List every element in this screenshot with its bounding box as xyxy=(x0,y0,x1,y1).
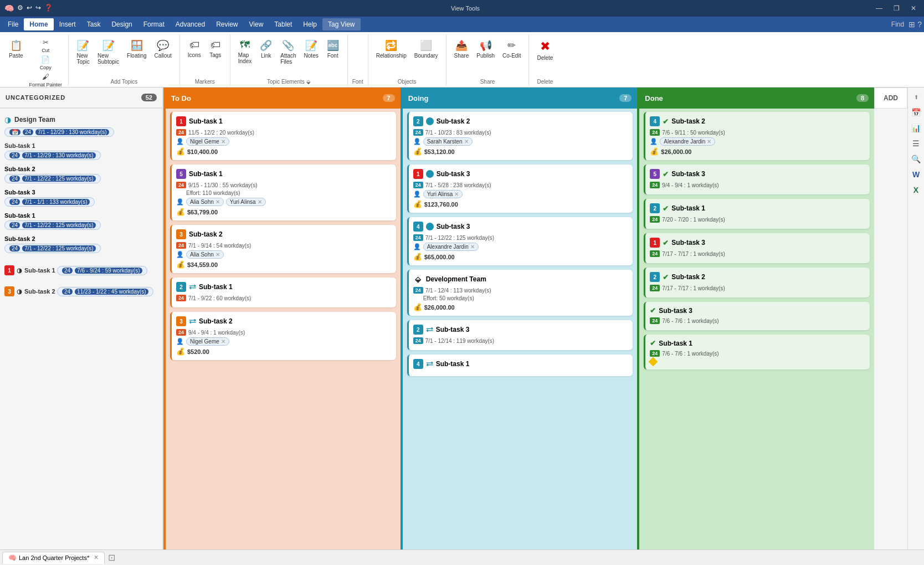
remove-assignee[interactable]: ✕ xyxy=(464,138,469,145)
close-button[interactable]: ✕ xyxy=(907,3,920,13)
done-card[interactable]: 4 ✔ Sub-task 2 24 7/6 - 9/11 : 50 workda… xyxy=(644,112,870,160)
menu-home[interactable]: Home xyxy=(24,18,53,30)
menu-design[interactable]: Design xyxy=(106,18,137,30)
remove-assignee[interactable]: ✕ xyxy=(258,199,262,205)
map-index-button[interactable]: 🗺 MapIndex xyxy=(235,38,255,66)
relationship-button[interactable]: 🔁 Relationship xyxy=(373,38,410,60)
card-circle-icon xyxy=(426,170,434,178)
doing-card[interactable]: 1 Sub-task 3 24 7/1 - 5/28 : 238 workday… xyxy=(407,165,633,213)
tab-close-icon[interactable]: ✕ xyxy=(94,554,99,561)
title-bar-controls[interactable]: — ❐ ✕ xyxy=(872,3,920,13)
date-range: 24 7/1 - 12/22 : 125 workday(s) xyxy=(4,244,101,253)
card-check-icon: ✔ xyxy=(663,204,669,213)
remove-assignee[interactable]: ✕ xyxy=(221,338,225,345)
todo-card[interactable]: 3 ⮂ Sub-task 2 24 9/4 - 9/4 : 1 workday(… xyxy=(170,312,396,360)
menu-help[interactable]: Help xyxy=(297,18,322,30)
remove-assignee[interactable]: ✕ xyxy=(215,251,220,258)
doing-card[interactable]: 4 Sub-task 3 24 7/1 - 12/22 : 125 workda… xyxy=(407,217,633,265)
done-header: Done 8 xyxy=(639,88,874,109)
ribbon-group-clipboard: 📋 Paste ✂ Cut 📄 Copy 🖌 Format Painter Cl… xyxy=(1,34,69,86)
cost-icon: 💰 xyxy=(176,347,185,356)
format-painter-button[interactable]: 🖌 Format Painter xyxy=(28,72,64,88)
menu-task[interactable]: Task xyxy=(81,18,106,30)
remove-assignee[interactable]: ✕ xyxy=(454,191,459,197)
card-priority-badge: 2 xyxy=(176,282,186,292)
done-card[interactable]: 2 ✔ Sub-task 1 24 7/20 - 7/20 : 1 workda… xyxy=(644,199,870,229)
cut-button[interactable]: ✂ Cut xyxy=(28,38,64,54)
todo-card[interactable]: 1 Sub-task 1 24 11/5 - 12/2 : 20 workday… xyxy=(170,112,396,160)
icons-button[interactable]: 🏷 Icons xyxy=(184,38,204,60)
copy-button[interactable]: 📄 Copy xyxy=(28,55,64,71)
maximize-button[interactable]: ❐ xyxy=(890,3,903,13)
share-button[interactable]: 📤 Share xyxy=(451,38,473,60)
sidebar-chart-icon[interactable]: 📊 xyxy=(909,121,923,135)
doing-card[interactable]: ⬙ Development Team 24 7/1 - 12/4 : 113 w… xyxy=(407,270,633,316)
menu-insert[interactable]: Insert xyxy=(54,18,81,30)
publish-icon: 📢 xyxy=(480,39,492,52)
new-subtopic-label: NewSubtopic xyxy=(97,53,119,65)
todo-card[interactable]: 3 Sub-task 2 24 7/1 - 9/14 : 54 workday(… xyxy=(170,225,396,273)
doing-card[interactable]: 2 ⮂ Sub-task 3 24 7/1 - 12/14 : 119 work… xyxy=(407,320,633,350)
diamond-icon xyxy=(649,357,658,367)
sidebar-search-icon[interactable]: 🔍 xyxy=(909,152,923,166)
callout-button[interactable]: 💬 Callout xyxy=(151,38,175,60)
remove-assignee[interactable]: ✕ xyxy=(215,199,220,205)
menu-tablet[interactable]: Tablet xyxy=(269,18,297,30)
date-text: 7/6 - 7/6 : 1 workday(s) xyxy=(662,318,718,324)
add-column-button[interactable]: ADD xyxy=(874,88,907,109)
assignee-tag: Alexandre Jardin ✕ xyxy=(660,137,715,146)
sidebar-word-icon[interactable]: W xyxy=(909,167,923,182)
remove-assignee[interactable]: ✕ xyxy=(470,244,475,250)
sidebar-calendar-icon[interactable]: 📅 xyxy=(909,105,923,120)
menu-tagview[interactable]: Tag View xyxy=(322,18,360,30)
attach-files-button[interactable]: 📎 AttachFiles xyxy=(277,38,299,66)
done-card[interactable]: ✔ Sub-task 3 24 7/6 - 7/6 : 1 workday(s) xyxy=(644,302,870,330)
coedit-button[interactable]: ✏ Co-Edit xyxy=(499,38,524,60)
done-card[interactable]: 2 ✔ Sub-task 2 24 7/17 - 7/17 : 1 workda… xyxy=(644,268,870,297)
doing-card[interactable]: 2 Sub-task 2 24 7/1 - 10/23 : 83 workday… xyxy=(407,112,633,160)
boundary-button[interactable]: ⬜ Boundary xyxy=(411,38,442,60)
done-card[interactable]: ✔ Sub-task 1 24 7/6 - 7/6 : 1 workday(s) xyxy=(644,335,870,369)
menu-advanced[interactable]: Advanced xyxy=(170,18,211,30)
menu-view[interactable]: View xyxy=(244,18,269,30)
remove-assignee[interactable]: ✕ xyxy=(221,138,225,145)
resize-handle: ⊡ xyxy=(108,552,115,563)
done-card[interactable]: 5 ✔ Sub-task 3 24 9/4 - 9/4 : 1 workday(… xyxy=(644,165,870,194)
new-topic-button[interactable]: 📝 NewTopic xyxy=(73,38,93,66)
cal-icon: 24 xyxy=(650,317,660,324)
cost-icon: 💰 xyxy=(413,303,422,311)
link-button[interactable]: 🔗 Link xyxy=(256,38,276,60)
delete-button[interactable]: ✖ Delete xyxy=(533,38,556,63)
sidebar-excel-icon[interactable]: X xyxy=(909,183,923,197)
title-bar-title: View Tools xyxy=(58,5,872,12)
font-button[interactable]: 🔤 Font xyxy=(323,38,343,60)
menu-review[interactable]: Review xyxy=(211,18,243,30)
done-card[interactable]: 1 ✔ Sub-task 3 24 7/17 - 7/17 : 1 workda… xyxy=(644,233,870,263)
tags-button[interactable]: 🏷 Tags xyxy=(206,38,225,60)
remove-assignee[interactable]: ✕ xyxy=(707,138,711,145)
menu-file[interactable]: File xyxy=(2,18,24,30)
card-name: Sub-task 3 xyxy=(671,170,705,178)
redo-icon[interactable]: ↪ xyxy=(35,4,41,13)
paste-button[interactable]: 📋 Paste xyxy=(6,38,27,60)
save-icon[interactable]: ⚙ xyxy=(17,4,23,13)
todo-card[interactable]: 5 Sub-task 1 24 9/15 - 11/30 : 55 workda… xyxy=(170,165,396,220)
help-icon[interactable]: ❓ xyxy=(44,4,53,13)
doing-body: 2 Sub-task 2 24 7/1 - 10/23 : 83 workday… xyxy=(403,109,638,549)
new-subtopic-button[interactable]: 📝 NewSubtopic xyxy=(94,38,122,66)
publish-button[interactable]: 📢 Publish xyxy=(473,38,498,60)
sidebar-list-icon[interactable]: ☰ xyxy=(909,136,923,151)
date-text: 7/20 - 7/20 : 1 workday(s) xyxy=(662,217,725,223)
notes-button[interactable]: 📝 Notes xyxy=(301,38,322,60)
menu-format[interactable]: Format xyxy=(138,18,170,30)
columns-icon[interactable]: ⊞ xyxy=(908,20,915,29)
undo-icon[interactable]: ↩ xyxy=(27,4,32,13)
bottom-tab[interactable]: 🧠 Lan 2nd Quarter Projects* ✕ xyxy=(2,552,105,564)
doing-card[interactable]: 4 ⮂ Sub-task 1 xyxy=(407,355,633,376)
user-icon: 👤 xyxy=(413,191,421,198)
floating-button[interactable]: 🪟 Floating xyxy=(124,38,150,60)
todo-card[interactable]: 2 ⮂ Sub-task 1 24 7/1 - 9/22 : 60 workda… xyxy=(170,278,396,307)
help2-icon[interactable]: ? xyxy=(917,20,922,29)
minimize-button[interactable]: — xyxy=(872,3,886,13)
uncategorized-title: UNCATEGORIZED xyxy=(6,94,65,101)
